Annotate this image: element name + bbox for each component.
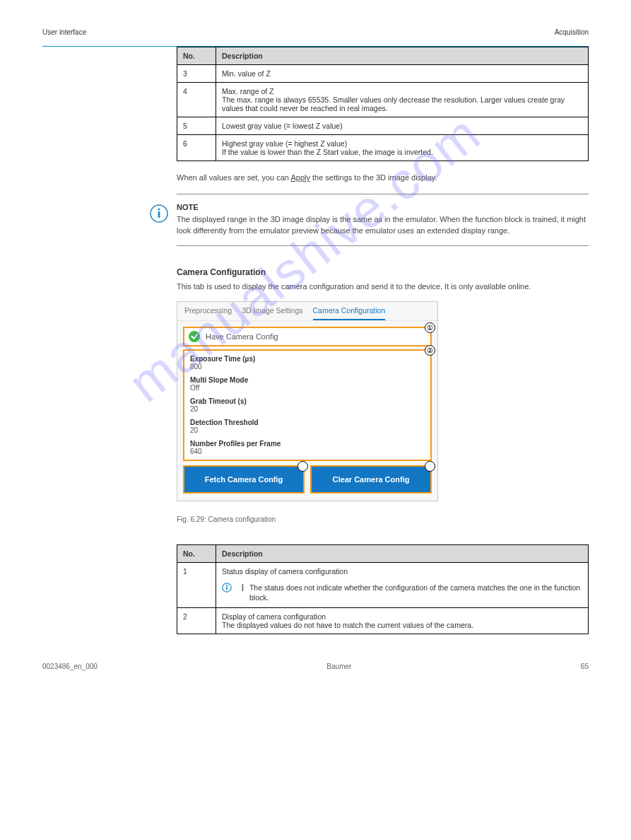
svg-point-4: [226, 585, 228, 586]
th-no: No.: [177, 544, 216, 562]
tab-camera-configuration[interactable]: Camera Configuration: [313, 306, 386, 320]
status-text: Have Camera Config: [206, 332, 278, 341]
svg-rect-5: [226, 586, 228, 590]
table-row: 4 Max. range of Z The max. range is alwa…: [177, 83, 589, 117]
section-intro: This tab is used to display the camera c…: [177, 281, 589, 293]
table-camera-config: No. Description 1 Status display of came…: [177, 544, 589, 634]
check-icon: [189, 331, 200, 342]
table-row: 2 Display of camera configuration The di…: [177, 608, 589, 634]
note-block: NOTE The displayed range in the 3D image…: [177, 194, 589, 246]
svg-point-1: [158, 208, 160, 210]
header-right: Acquisition: [555, 28, 589, 36]
clear-camera-config-button[interactable]: Clear Camera Config ④: [310, 465, 432, 494]
note-bar: |: [242, 583, 244, 591]
config-values-box: ② Exposure Time (µs)800 Multi Slope Mode…: [183, 349, 432, 461]
footer-brand: Baumer: [326, 663, 351, 670]
table-row: 6 Highest gray value (= highest Z value)…: [177, 135, 589, 161]
footer-doc-id: 0023486_en_000: [42, 663, 98, 670]
tab-preprocessing[interactable]: Preprocessing: [184, 306, 232, 320]
camera-config-screenshot: Preprocessing 3D Image Settings Camera C…: [177, 301, 440, 501]
th-desc: Description: [216, 544, 589, 562]
tab-3d-image-settings[interactable]: 3D Image Settings: [242, 306, 302, 320]
fetch-camera-config-button[interactable]: Fetch Camera Config ③: [183, 465, 305, 494]
th-no: No.: [177, 47, 216, 65]
table-row: 5 Lowest gray value (= lowest Z value): [177, 117, 589, 135]
note-title: NOTE: [177, 203, 589, 211]
figure-caption: Fig. 6.29: Camera configuration: [177, 515, 589, 523]
callout-1: ①: [425, 322, 435, 333]
header-left: User interface: [42, 28, 86, 36]
callout-3: ③: [297, 461, 308, 472]
info-icon: [150, 204, 168, 224]
apply-paragraph: When all values are set, you can Apply t…: [177, 173, 589, 184]
status-row: Have Camera Config ①: [183, 327, 432, 346]
th-desc: Description: [216, 47, 589, 65]
tab-strip: Preprocessing 3D Image Settings Camera C…: [177, 302, 437, 321]
table-row: 1 Status display of camera configuration…: [177, 562, 589, 607]
table-row: 3 Min. value of Z: [177, 65, 589, 83]
page-footer: 0023486_en_000 Baumer 65: [42, 663, 589, 670]
note-body: The displayed range in the 3D image disp…: [177, 214, 589, 237]
callout-4: ④: [425, 461, 435, 472]
svg-rect-2: [158, 211, 160, 218]
section-heading: Camera Configuration: [177, 267, 589, 277]
info-icon: [222, 583, 232, 593]
table-3d-settings: No. Description 3 Min. value of Z 4 Max.…: [177, 47, 589, 161]
callout-2: ②: [425, 345, 435, 356]
footer-page-no: 65: [581, 663, 589, 670]
